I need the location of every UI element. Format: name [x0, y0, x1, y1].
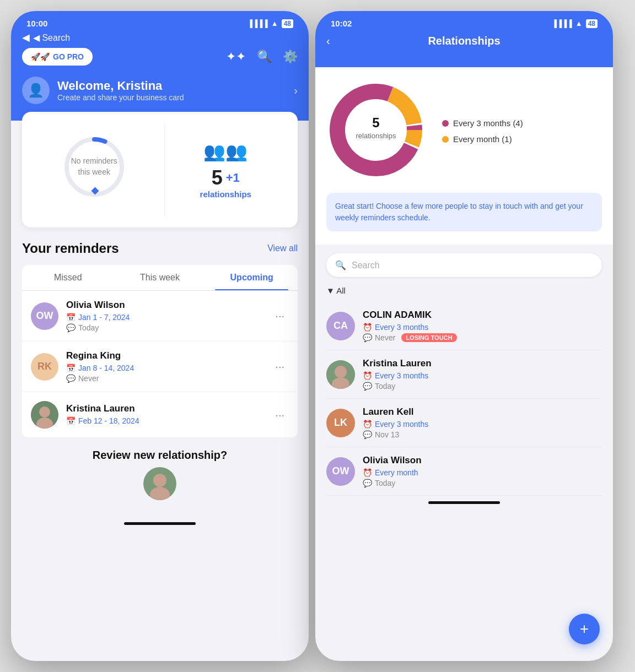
- info-banner: Great start! Choose a few more people to…: [326, 193, 602, 231]
- losing-touch-badge: LOSING TOUCH: [401, 333, 456, 342]
- contact-info: Lauren Kell ⏰ Every 3 months 💬 Nov 13: [363, 407, 428, 439]
- tabs-row: Missed This week Upcoming: [22, 265, 298, 291]
- reminder-date: 📅 Feb 12 - 18, 2024: [66, 416, 271, 425]
- tab-missed[interactable]: Missed: [22, 265, 114, 290]
- chat-icon: 💬: [363, 333, 372, 342]
- search-bar[interactable]: 🔍 Search: [326, 253, 602, 277]
- status-icons-2: ▐▐▐▐ ▲ 48: [552, 19, 598, 28]
- search-input[interactable]: Search: [352, 261, 380, 270]
- relationships-label: relationships: [200, 189, 251, 199]
- status-bar-1: 10:00 ▐▐▐▐ ▲ 48: [11, 11, 309, 30]
- welcome-chevron-icon[interactable]: ›: [294, 84, 298, 97]
- tab-this-week[interactable]: This week: [114, 265, 206, 290]
- avatar: 👤: [22, 77, 50, 104]
- review-avatar: [143, 467, 176, 500]
- legend-dot-purple: [442, 120, 449, 127]
- contact-last: 💬 Today: [363, 479, 422, 487]
- reminder-name: Regina King: [66, 350, 271, 361]
- chat-icon: 💬: [66, 323, 76, 332]
- chat-icon: 💬: [363, 430, 372, 439]
- home-indicator-2: [428, 501, 500, 504]
- add-button[interactable]: +: [569, 614, 600, 644]
- more-menu-icon[interactable]: ···: [271, 407, 289, 424]
- time-1: 10:00: [26, 19, 47, 28]
- more-menu-icon[interactable]: ···: [271, 358, 289, 375]
- back-label[interactable]: ◀ Search: [33, 32, 70, 43]
- stats-left: No reminders this week: [33, 123, 155, 216]
- calendar-icon: 📅: [66, 416, 76, 425]
- back-button[interactable]: ‹: [326, 35, 330, 47]
- reminder-last: 💬 Today: [66, 323, 271, 332]
- home-indicator: [124, 522, 196, 525]
- reminders-header: Your reminders View all: [22, 241, 298, 256]
- contact-item[interactable]: CA COLIN ADAMIK ⏰ Every 3 months 💬 Never…: [326, 302, 602, 350]
- welcome-text: Welcome, Kristina Create and share your …: [57, 79, 184, 102]
- gear-icon[interactable]: ⚙️: [283, 50, 298, 64]
- contact-info: COLIN ADAMIK ⏰ Every 3 months 💬 Never LO…: [363, 310, 457, 342]
- no-reminders-text: No reminders this week: [69, 156, 119, 177]
- search-bar-container: 🔍 Search: [315, 245, 613, 286]
- signal-icon: ▐▐▐▐: [247, 19, 268, 28]
- reminders-section: Your reminders View all Missed This week…: [11, 227, 309, 438]
- welcome-title: Welcome, Kristina: [57, 79, 184, 93]
- reminder-item[interactable]: RK Regina King 📅 Jan 8 - 14, 2024 💬 Neve…: [22, 342, 298, 392]
- legend-label-orange: Every month (1): [453, 134, 512, 144]
- plus-label: +1: [226, 171, 240, 185]
- count-number: 5: [212, 166, 223, 189]
- contact-item[interactable]: LK Lauren Kell ⏰ Every 3 months 💬 Nov 13: [326, 399, 602, 447]
- review-title: Review new relationship?: [22, 449, 298, 462]
- back-search-row: ◀ ◀ Search: [22, 30, 298, 48]
- reminder-name: Kristina Lauren: [66, 403, 271, 414]
- calendar-icon: 📅: [66, 313, 76, 322]
- search-icon-header[interactable]: 🔍: [257, 50, 272, 64]
- time-2: 10:02: [331, 19, 352, 28]
- welcome-row: 👤 Welcome, Kristina Create and share you…: [22, 77, 298, 104]
- screen2-header: ‹ Relationships: [315, 30, 613, 67]
- avatar-kl: [31, 401, 58, 429]
- contact-last: 💬 Never LOSING TOUCH: [363, 333, 457, 342]
- reminder-item[interactable]: Kristina Lauren 📅 Feb 12 - 18, 2024 ···: [22, 392, 298, 438]
- chart-container: 5 relationships Every 3 months (4) Every…: [326, 80, 602, 182]
- svg-point-14: [335, 366, 347, 378]
- contact-last: 💬 Nov 13: [363, 430, 428, 439]
- reminder-item[interactable]: OW Olivia Wilson 📅 Jan 1 - 7, 2024 💬 Tod…: [22, 291, 298, 342]
- screen1-header: ◀ ◀ Search 🚀 GO PRO ✦ 🔍 ⚙️ 👤: [11, 30, 309, 121]
- contact-name: COLIN ADAMIK: [363, 310, 457, 321]
- sparkle-icon[interactable]: ✦: [226, 50, 246, 64]
- wifi-icon: ▲: [271, 19, 278, 28]
- svg-text:relationships: relationships: [356, 132, 396, 140]
- chevron-left-icon: ◀: [22, 31, 30, 44]
- legend-dot-orange: [442, 136, 449, 143]
- reminder-date: 📅 Jan 8 - 14, 2024: [66, 364, 271, 372]
- screen-home: 10:00 ▐▐▐▐ ▲ 48 ◀ ◀ Search 🚀 GO PRO ✦ 🔍: [11, 11, 309, 661]
- svg-point-10: [346, 100, 406, 160]
- status-bar-2: 10:02 ▐▐▐▐ ▲ 48: [315, 11, 613, 30]
- review-section: Review new relationship?: [11, 438, 309, 517]
- contact-item[interactable]: Kristina Lauren ⏰ Every 3 months 💬 Today: [326, 350, 602, 399]
- relationships-count: 5 +1: [212, 166, 240, 189]
- contact-name: Kristina Lauren: [363, 358, 432, 369]
- all-label[interactable]: ▼ All: [326, 286, 602, 295]
- battery-2: 48: [586, 19, 598, 28]
- screen-relationships: 10:02 ▐▐▐▐ ▲ 48 ‹ Relationships: [315, 11, 613, 661]
- avatar-rk: RK: [31, 353, 58, 381]
- reminder-info: Kristina Lauren 📅 Feb 12 - 18, 2024: [66, 403, 271, 427]
- clock-icon: ⏰: [363, 420, 372, 429]
- stats-right[interactable]: 👥 5 +1 relationships: [164, 123, 287, 216]
- view-all-link[interactable]: View all: [267, 243, 298, 253]
- svg-text:5: 5: [372, 115, 379, 130]
- svg-point-3: [39, 407, 50, 418]
- contact-freq: ⏰ Every 3 months: [363, 371, 432, 380]
- reminders-title: Your reminders: [22, 241, 119, 256]
- screen2-title: Relationships: [428, 35, 500, 47]
- reminders-list: OW Olivia Wilson 📅 Jan 1 - 7, 2024 💬 Tod…: [22, 291, 298, 438]
- avatar-lk: LK: [326, 409, 355, 437]
- tab-upcoming[interactable]: Upcoming: [206, 265, 298, 290]
- legend-label-purple: Every 3 months (4): [453, 118, 523, 128]
- more-menu-icon[interactable]: ···: [271, 307, 289, 324]
- go-pro-label: GO PRO: [53, 52, 84, 61]
- welcome-subtitle: Create and share your business card: [57, 93, 184, 102]
- go-pro-button[interactable]: 🚀 GO PRO: [22, 48, 93, 66]
- contact-item[interactable]: OW Olivia Wilson ⏰ Every month 💬 Today: [326, 447, 602, 496]
- donut-chart: 5 relationships: [326, 80, 426, 182]
